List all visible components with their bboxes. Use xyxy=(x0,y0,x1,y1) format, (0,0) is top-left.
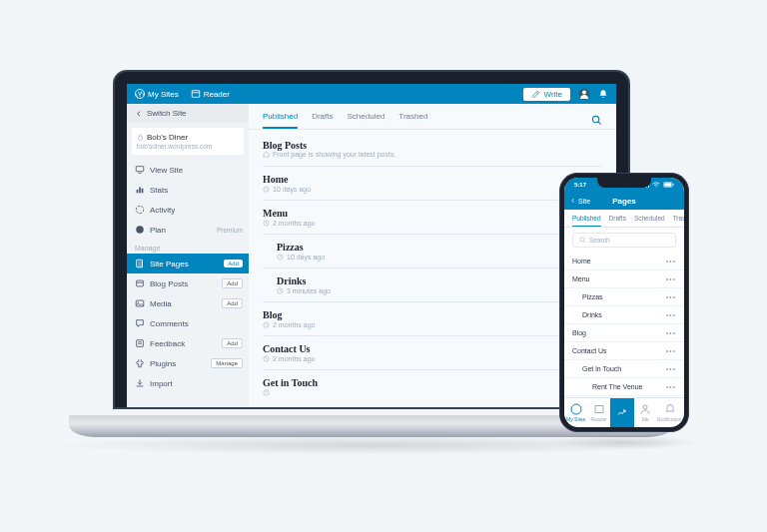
phone-page-row[interactable]: Menu••• xyxy=(564,270,684,288)
page-row[interactable]: Home10 days ago xyxy=(263,166,602,200)
phone-search-placeholder: Search xyxy=(589,237,610,244)
more-icon[interactable]: ••• xyxy=(666,258,676,265)
phone-tab-drafts[interactable]: Drafts xyxy=(609,215,626,227)
wordpress-icon xyxy=(135,89,145,99)
tab-trashed[interactable]: Trashed xyxy=(398,112,427,129)
phone-nav-notifications[interactable]: Notifications xyxy=(657,398,684,427)
switch-site-button[interactable]: Switch Site xyxy=(127,104,249,123)
svg-rect-33 xyxy=(673,184,674,186)
more-icon[interactable]: ••• xyxy=(666,293,676,300)
phone-page-row[interactable]: Rent The Venue••• xyxy=(564,378,684,396)
chevron-left-icon xyxy=(135,110,143,118)
svg-rect-9 xyxy=(139,188,141,194)
page-row[interactable]: Get in Touch xyxy=(263,369,602,403)
phone-back-label: Site xyxy=(578,198,590,205)
nav-site-pages[interactable]: Site PagesAdd xyxy=(127,254,249,273)
reader-link[interactable]: Reader xyxy=(191,89,230,99)
manage-section-header: Manage xyxy=(127,240,249,254)
write-button[interactable]: Write xyxy=(523,88,570,101)
more-icon[interactable]: ••• xyxy=(666,383,676,390)
nav-import[interactable]: Import xyxy=(127,373,249,393)
phone-tab-trashed[interactable]: Trashed xyxy=(673,215,684,227)
clock-icon xyxy=(263,355,270,362)
site-url-label: bob'sdiner.wordpress.com xyxy=(137,143,239,150)
nav-plugins[interactable]: PluginsManage xyxy=(127,353,249,373)
bell-icon[interactable] xyxy=(598,89,608,99)
sidebar: Switch Site Bob's Diner bob'sdiner.wordp… xyxy=(127,104,249,407)
phone-notch xyxy=(597,178,651,188)
reader-label: Reader xyxy=(204,90,230,99)
activity-icon xyxy=(135,205,145,215)
svg-line-35 xyxy=(583,241,585,243)
badge-add[interactable]: Add xyxy=(222,298,243,308)
nav-blog-posts[interactable]: Blog PostsAdd xyxy=(127,273,249,293)
tab-scheduled[interactable]: Scheduled xyxy=(347,112,384,129)
page-row[interactable]: Blog2 months ago xyxy=(263,301,602,335)
phone-page-row[interactable]: Contact Us••• xyxy=(564,342,684,360)
badge-add[interactable]: Add xyxy=(224,260,243,267)
badge-add[interactable]: Add xyxy=(222,338,243,348)
svg-rect-8 xyxy=(137,190,139,193)
page-row[interactable]: Contact Us2 months ago xyxy=(263,335,602,369)
phone-back-button[interactable]: Site xyxy=(570,197,590,205)
blog-posts-sub: Front page is showing your latest posts. xyxy=(273,151,395,158)
page-row[interactable]: Pizzas10 days ago xyxy=(263,234,602,267)
feedback-icon xyxy=(135,338,145,348)
search-icon[interactable] xyxy=(591,115,602,126)
nav-comments[interactable]: Comments xyxy=(127,313,249,333)
page-row[interactable]: Drinks3 minutes ago xyxy=(263,267,602,301)
avatar-icon[interactable] xyxy=(578,88,590,100)
svg-rect-6 xyxy=(136,167,144,172)
pages-icon xyxy=(135,259,145,268)
chevron-left-icon xyxy=(570,197,576,205)
monitor-icon xyxy=(135,165,145,175)
svg-point-34 xyxy=(580,238,584,242)
site-card[interactable]: Bob's Diner bob'sdiner.wordpress.com xyxy=(132,128,244,155)
more-icon[interactable]: ••• xyxy=(666,365,676,372)
badge-add[interactable]: Add xyxy=(222,278,243,288)
phone-page-row[interactable]: Blog••• xyxy=(564,324,684,342)
stats-icon xyxy=(135,185,145,195)
import-icon xyxy=(135,378,145,388)
more-icon[interactable]: ••• xyxy=(666,275,676,282)
phone-search-input[interactable]: Search xyxy=(572,233,676,248)
tab-published[interactable]: Published xyxy=(263,112,298,129)
phone-page-row[interactable]: Pizzas••• xyxy=(564,288,684,306)
my-sites-link[interactable]: My Sites xyxy=(135,89,179,99)
svg-point-36 xyxy=(571,404,581,414)
media-icon xyxy=(135,298,145,308)
clock-icon xyxy=(263,186,270,193)
nav-plan[interactable]: PlanPremium xyxy=(127,220,249,240)
phone-nav-write[interactable] xyxy=(610,398,633,427)
more-icon[interactable]: ••• xyxy=(666,347,676,354)
badge-manage[interactable]: Manage xyxy=(211,358,243,368)
phone-nav-my-sites[interactable]: My Sites xyxy=(564,398,587,427)
svg-rect-10 xyxy=(142,189,144,194)
tab-drafts[interactable]: Drafts xyxy=(312,112,333,129)
phone-nav-me[interactable]: Me xyxy=(634,398,657,427)
clock-icon xyxy=(263,220,270,227)
phone-pages-list: Home•••Menu•••Pizzas•••Drinks•••Blog•••C… xyxy=(564,253,684,397)
nav-feedback[interactable]: FeedbackAdd xyxy=(127,333,249,353)
nav-media[interactable]: MediaAdd xyxy=(127,293,249,313)
svg-rect-32 xyxy=(664,183,671,187)
phone-time: 5:17 xyxy=(574,182,586,188)
more-icon[interactable]: ••• xyxy=(666,329,676,336)
nav-stats[interactable]: Stats xyxy=(127,180,249,200)
phone-tabs: PublishedDraftsScheduledTrashed xyxy=(564,210,684,228)
nav-view-site[interactable]: View Site xyxy=(127,160,249,180)
phone-tab-published[interactable]: Published xyxy=(572,215,601,227)
phone-page-row[interactable]: Home••• xyxy=(564,253,684,270)
phone-page-row[interactable]: Drinks••• xyxy=(564,306,684,324)
phone-tab-scheduled[interactable]: Scheduled xyxy=(634,215,665,227)
more-icon[interactable]: ••• xyxy=(666,311,676,318)
nav-activity[interactable]: Activity xyxy=(127,200,249,220)
wifi-icon xyxy=(652,182,660,188)
blog-posts-title: Blog Posts xyxy=(263,140,602,151)
content-tabs: PublishedDraftsScheduledTrashed xyxy=(249,104,616,130)
phone-page-row[interactable]: Get in Touch••• xyxy=(564,360,684,378)
page-row[interactable]: Menu2 months ago xyxy=(263,200,602,234)
phone-nav-reader[interactable]: Reader xyxy=(587,398,610,427)
svg-point-11 xyxy=(136,206,144,214)
reader-icon xyxy=(191,89,201,99)
